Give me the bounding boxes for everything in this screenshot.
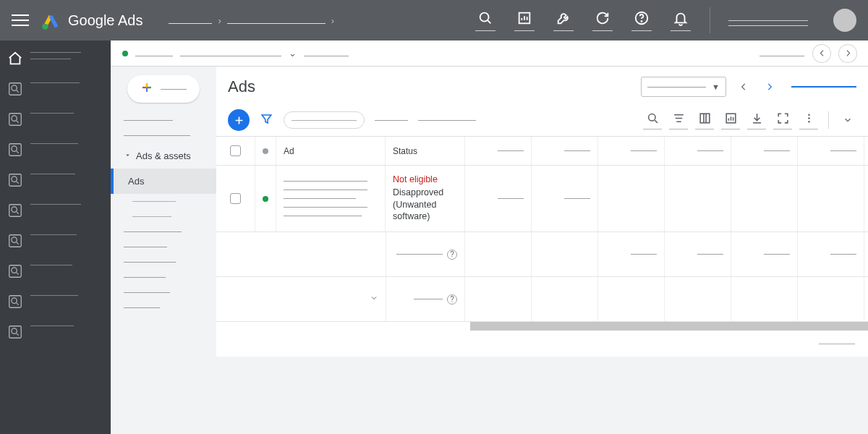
left-rail-item[interactable] [7, 203, 103, 218]
scope-bar: ⌄ [111, 41, 868, 67]
more-button[interactable] [799, 111, 818, 129]
row-checkbox[interactable] [216, 166, 255, 231]
table-footer [216, 331, 868, 357]
refresh-icon [595, 10, 610, 26]
svg-rect-13 [9, 205, 22, 217]
summary-cell [798, 232, 864, 276]
secondary-nav-item[interactable] [111, 285, 216, 300]
left-rail-item[interactable] [7, 111, 103, 127]
secondary-nav-item[interactable] [111, 255, 216, 270]
scope-segment[interactable] [760, 51, 804, 56]
filter-chipbar[interactable] [284, 111, 365, 129]
help-icon[interactable]: ? [447, 294, 457, 305]
summary-cell [798, 277, 864, 321]
tools-button[interactable] [549, 10, 578, 31]
secondary-nav-item[interactable] [111, 300, 216, 315]
segment-button[interactable] [669, 111, 688, 129]
expand-button[interactable] [773, 111, 792, 129]
left-rail-item[interactable] [7, 172, 103, 188]
date-range-picker[interactable]: ▼ [641, 77, 726, 97]
download-button[interactable] [747, 111, 766, 129]
new-button[interactable] [127, 75, 200, 103]
metric-column-header[interactable] [798, 137, 864, 165]
left-rail-item[interactable] [7, 233, 103, 249]
chevron-down-icon[interactable]: ⌄ [289, 48, 297, 59]
summary-label: ? [393, 294, 457, 305]
filter-button[interactable] [260, 112, 273, 129]
ad-preview[interactable] [276, 166, 386, 231]
secondary-nav-item[interactable] [111, 239, 216, 255]
reports-button[interactable] [510, 10, 539, 31]
user-avatar[interactable] [833, 9, 856, 32]
ad-column-header[interactable]: Ad [276, 137, 386, 165]
secondary-nav-item[interactable] [111, 128, 216, 143]
date-next-button[interactable] [761, 78, 778, 95]
left-rail-item[interactable] [7, 81, 103, 97]
secondary-nav-item[interactable] [111, 270, 216, 285]
table-row[interactable]: Not eligible Disapproved (Unwanted softw… [216, 166, 868, 232]
expand-summary-button[interactable] [370, 294, 378, 305]
svg-point-4 [641, 21, 642, 22]
table-search-button[interactable] [643, 111, 662, 129]
secondary-nav-ads[interactable]: Ads [111, 169, 216, 194]
notifications-button[interactable] [666, 10, 695, 31]
help-icon[interactable]: ? [447, 250, 457, 260]
columns-button[interactable] [695, 111, 714, 129]
svg-point-0 [42, 24, 48, 30]
metric-column-header[interactable] [532, 137, 598, 165]
search-button[interactable] [471, 10, 500, 31]
chart-toggle[interactable] [791, 86, 856, 88]
collapse-button[interactable] [839, 111, 856, 129]
filter-label [375, 120, 408, 121]
bar-chart-icon [724, 111, 738, 125]
search-icon [7, 233, 23, 249]
scope-segment[interactable] [135, 51, 173, 56]
svg-point-1 [480, 12, 489, 21]
page-title: Ads [228, 77, 255, 96]
left-rail-home[interactable] [7, 51, 103, 67]
svg-point-6 [12, 85, 17, 90]
status-column-header[interactable]: Status [386, 137, 465, 165]
secondary-nav-sub[interactable] [111, 209, 216, 224]
scope-segment[interactable] [304, 51, 349, 56]
status-column-header[interactable] [255, 137, 276, 165]
summary-cell [665, 277, 731, 321]
metric-column-header[interactable] [598, 137, 665, 165]
status-detail: Disapproved (Unwanted software) [393, 187, 457, 224]
left-rail-item[interactable] [7, 324, 103, 340]
breadcrumb-segment[interactable] [169, 17, 212, 24]
next-button[interactable] [839, 45, 856, 62]
scope-segment[interactable] [180, 51, 281, 56]
breadcrumb-segment[interactable] [227, 17, 326, 24]
date-prev-button[interactable] [735, 78, 752, 95]
svg-rect-7 [9, 114, 22, 126]
metric-cell [465, 166, 532, 231]
prev-button[interactable] [813, 45, 830, 62]
metric-column-header[interactable] [731, 137, 798, 165]
product-logo[interactable]: Google Ads [41, 10, 142, 30]
secondary-nav-group[interactable]: Ads & assets [111, 143, 216, 169]
pagination[interactable] [819, 344, 855, 344]
chevron-left-icon [739, 82, 749, 92]
ad-status[interactable]: Not eligible Disapproved (Unwanted softw… [386, 166, 465, 231]
metric-column-header[interactable] [864, 137, 868, 165]
reports-button[interactable] [721, 111, 740, 129]
svg-rect-19 [9, 296, 22, 308]
refresh-button[interactable] [588, 10, 617, 31]
metric-column-header[interactable] [665, 137, 731, 165]
left-rail-item[interactable] [7, 263, 103, 279]
secondary-nav-item[interactable] [111, 224, 216, 239]
left-rail-item[interactable] [7, 294, 103, 310]
metric-column-header[interactable] [465, 137, 532, 165]
search-icon [7, 111, 23, 127]
add-ad-button[interactable] [228, 109, 250, 131]
horizontal-scrollbar[interactable] [470, 322, 868, 331]
secondary-nav-sub[interactable] [111, 194, 216, 209]
account-label[interactable] [725, 14, 812, 26]
secondary-nav-item[interactable] [111, 113, 216, 128]
select-all-checkbox[interactable] [216, 137, 255, 165]
bell-icon [673, 10, 689, 26]
menu-icon[interactable] [12, 12, 29, 29]
help-button[interactable] [627, 10, 656, 31]
left-rail-item[interactable] [7, 142, 103, 158]
